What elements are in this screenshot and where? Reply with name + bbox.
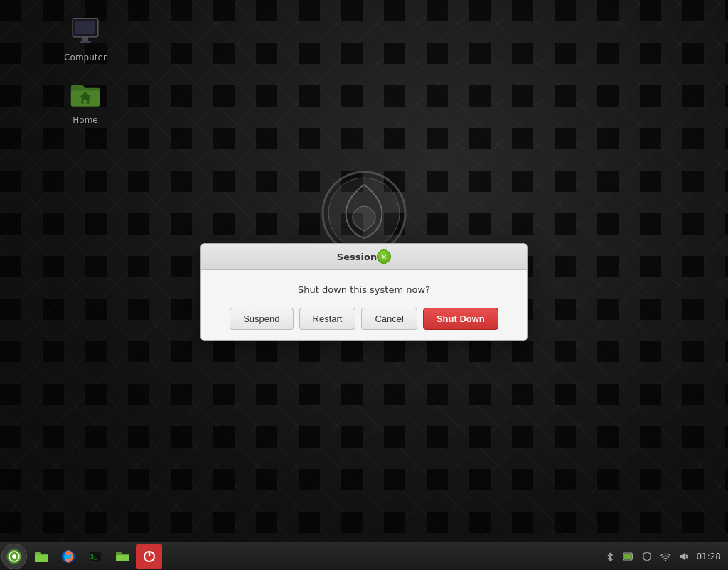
- firefox-button[interactable]: [55, 544, 81, 569]
- dialog-message: Shut down this system now?: [215, 284, 513, 295]
- taskbar-right: 01:28: [604, 550, 728, 563]
- battery-tray-icon[interactable]: [622, 550, 635, 563]
- files-button[interactable]: [28, 544, 54, 569]
- svg-point-14: [12, 554, 16, 559]
- network-tray-icon[interactable]: [659, 550, 672, 563]
- dialog-buttons: Suspend Restart Cancel Shut Down: [215, 308, 513, 330]
- suspend-button[interactable]: Suspend: [230, 308, 293, 330]
- power-button[interactable]: [136, 544, 162, 569]
- svg-rect-15: [35, 555, 48, 562]
- bluetooth-tray-icon[interactable]: [604, 550, 616, 563]
- volume-tray-icon[interactable]: [678, 550, 690, 563]
- svg-point-27: [665, 559, 666, 561]
- dialog-close-button[interactable]: ✕: [377, 249, 391, 264]
- shutdown-button[interactable]: Shut Down: [423, 308, 498, 330]
- restart-button[interactable]: Restart: [299, 308, 356, 330]
- svg-rect-25: [632, 554, 633, 558]
- shield-tray-icon[interactable]: [641, 550, 653, 563]
- session-dialog: Session ✕ Shut down this system now? Sus…: [200, 243, 528, 341]
- modal-overlay: Session ✕ Shut down this system now? Sus…: [0, 0, 728, 542]
- svg-rect-26: [624, 554, 631, 559]
- terminal-button[interactable]: $_: [82, 544, 108, 569]
- dialog-titlebar: Session ✕: [201, 244, 527, 270]
- nemo-button[interactable]: [109, 544, 135, 569]
- svg-text:$_: $_: [90, 554, 97, 560]
- dialog-body: Shut down this system now? Suspend Resta…: [201, 270, 527, 340]
- clock-display: 01:28: [696, 552, 721, 561]
- mint-menu-button[interactable]: [1, 544, 27, 569]
- cancel-button[interactable]: Cancel: [361, 308, 417, 330]
- taskbar: $_: [0, 542, 728, 570]
- svg-marker-28: [680, 553, 685, 560]
- taskbar-left: $_: [0, 542, 162, 570]
- dialog-title: Session: [337, 252, 377, 262]
- svg-rect-21: [116, 555, 129, 561]
